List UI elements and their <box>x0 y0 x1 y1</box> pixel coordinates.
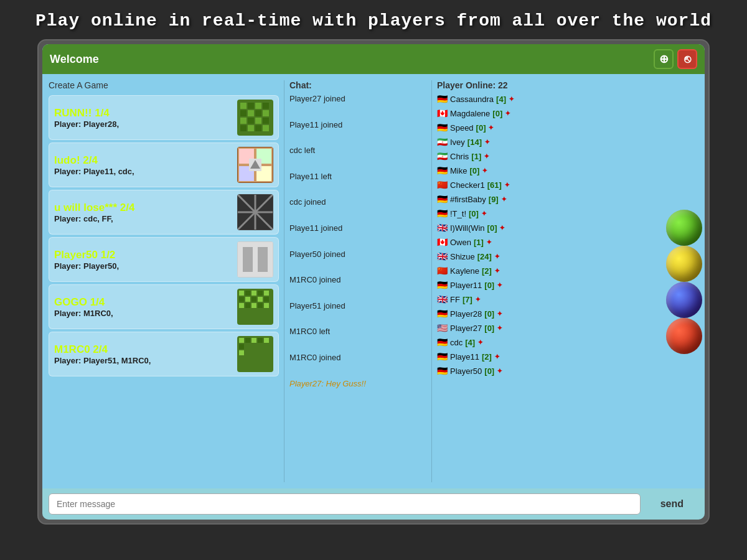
player-flag: 🇩🇪 <box>437 193 448 206</box>
game-players: Player: Playe11, cdc, <box>54 167 237 176</box>
chat-message: cdc left <box>289 144 426 157</box>
player-flag: 🇩🇪 <box>437 93 448 106</box>
chat-message: Player27 joined <box>289 93 426 106</box>
player-row: 🇩🇪Cassaundra [4]✦ <box>437 93 698 106</box>
game-title: M1RC0 2/4 <box>54 343 237 356</box>
player-name: Speed <box>450 122 474 134</box>
player-star: ✦ <box>504 180 510 190</box>
exit-button[interactable]: ⎋ <box>677 49 697 69</box>
svg-rect-44 <box>245 303 250 308</box>
player-flag: 🇨🇳 <box>437 264 448 278</box>
player-score: [0] <box>484 365 494 378</box>
svg-rect-49 <box>239 338 244 343</box>
svg-rect-42 <box>264 297 269 302</box>
game-item[interactable]: ludo! 2/4Player: Playe11, cdc, <box>49 142 279 187</box>
svg-rect-3 <box>255 103 261 109</box>
game-item[interactable]: u will lose*** 2/4Player: cdc, FF, <box>49 190 279 235</box>
player-star: ✦ <box>501 194 507 205</box>
player-flag: 🇺🇸 <box>437 322 448 335</box>
player-flag: 🇮🇷 <box>437 150 448 163</box>
game-thumbnail <box>237 147 273 183</box>
player-score: [0] <box>484 322 494 335</box>
player-flag: 🇩🇪 <box>437 121 448 134</box>
separator2 <box>431 80 432 482</box>
player-row: 🇨🇳Checker1 [61]✦ <box>437 179 698 192</box>
player-row: 🇩🇪Player50 [0]✦ <box>437 365 698 378</box>
svg-rect-38 <box>239 297 244 302</box>
svg-rect-16 <box>263 125 269 131</box>
player-score: [9] <box>489 194 499 206</box>
player-row: 🇩🇪Mike [0]✦ <box>437 164 698 177</box>
game-thumbnail <box>237 100 273 136</box>
sphere-green <box>666 210 702 246</box>
content-area: Create A Game RUNN!! 1/4Player: Player28… <box>42 74 705 488</box>
player-name: Owen <box>450 236 471 249</box>
player-flag: 🇩🇪 <box>437 307 448 320</box>
svg-rect-30 <box>243 247 253 272</box>
main-container: Welcome ⊕ ⎋ Create A Game RUNN!! 1/4Play… <box>37 39 710 525</box>
player-name: cdc <box>450 337 463 349</box>
chat-message: Playe11 joined <box>289 222 426 235</box>
header-title: Play online in real-time with players fr… <box>0 11 747 30</box>
svg-rect-52 <box>258 338 263 343</box>
player-name: Cassaundra <box>450 93 494 106</box>
player-score: [0] <box>484 279 494 292</box>
add-game-button[interactable]: ⊕ <box>654 49 674 69</box>
player-name: Player11 <box>450 279 482 292</box>
player-flag: 🇩🇪 <box>437 207 448 220</box>
message-input[interactable] <box>49 493 641 515</box>
player-name: !T_t! <box>450 208 466 220</box>
player-row: 🇩🇪Player28 [0]✦ <box>437 307 698 320</box>
svg-rect-6 <box>248 110 254 116</box>
svg-rect-41 <box>258 297 263 302</box>
player-score: [7] <box>463 294 472 306</box>
svg-rect-54 <box>239 344 244 349</box>
player-score: [0] <box>492 108 502 120</box>
svg-rect-47 <box>264 303 269 308</box>
game-item[interactable]: M1RC0 2/4Player: Player51, M1RC0, <box>49 332 279 376</box>
player-star: ✦ <box>484 151 489 162</box>
svg-rect-12 <box>263 118 269 124</box>
svg-rect-45 <box>251 303 256 308</box>
player-flag: 🇮🇷 <box>437 136 448 149</box>
player-row: 🇨🇳Kaylene [2]✦ <box>437 264 698 278</box>
player-name: Player28 <box>450 308 482 320</box>
player-star: ✦ <box>497 323 502 334</box>
chat-message: cdc joined <box>289 196 426 209</box>
player-name: Kaylene <box>450 265 479 278</box>
player-name: Playe11 <box>450 351 479 363</box>
player-row: 🇩🇪cdc [4]✦ <box>437 336 698 349</box>
player-row: 🇺🇸Player27 [0]✦ <box>437 322 698 335</box>
game-item[interactable]: GOGO 1/4Player: M1RC0, <box>49 284 279 329</box>
player-row: 🇬🇧Shizue [24]✦ <box>437 250 698 263</box>
player-flag: 🇨🇳 <box>437 179 448 192</box>
player-row: 🇮🇷Chris [1]✦ <box>437 150 698 163</box>
svg-rect-40 <box>251 297 256 302</box>
player-star: ✦ <box>481 208 487 219</box>
player-flag: 🇩🇪 <box>437 350 448 363</box>
player-name: Player50 <box>450 365 482 378</box>
spheres-decoration <box>666 210 702 354</box>
svg-rect-55 <box>239 350 244 355</box>
game-players: Player: cdc, FF, <box>54 214 237 223</box>
player-name: Chris <box>450 151 469 163</box>
player-name: I)Will(Win <box>450 222 485 235</box>
chat-message: M1RC0 joined <box>289 274 426 287</box>
player-flag: 🇬🇧 <box>437 293 448 306</box>
game-item[interactable]: Player50 1/2Player: Player50, <box>49 237 279 282</box>
game-item[interactable]: RUNN!! 1/4Player: Player28, <box>49 95 279 140</box>
player-flag: 🇬🇧 <box>437 222 448 235</box>
svg-rect-35 <box>251 291 256 296</box>
game-title: Player50 1/2 <box>54 249 237 261</box>
send-button[interactable]: send <box>646 493 698 515</box>
player-flag: 🇬🇧 <box>437 250 448 263</box>
chat-message: M1RC0 left <box>289 325 426 338</box>
svg-rect-34 <box>245 291 250 296</box>
svg-rect-2 <box>248 103 254 109</box>
player-name: Shizue <box>450 251 475 263</box>
chat-message: M1RC0 joined <box>289 352 426 365</box>
player-flag: 🇩🇪 <box>437 279 448 292</box>
game-title: ludo! 2/4 <box>54 154 237 167</box>
svg-rect-5 <box>240 110 247 116</box>
player-score: [2] <box>482 265 492 278</box>
